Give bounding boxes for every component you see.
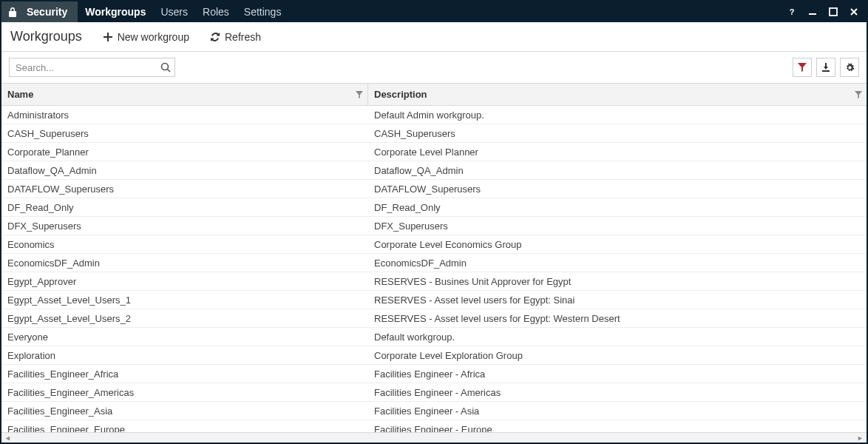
refresh-button[interactable]: Refresh — [210, 31, 261, 43]
lock-icon — [1, 1, 24, 22]
cell-description: Facilities Engineer - Americas — [368, 387, 867, 398]
cell-name: Egypt_Approver — [1, 276, 368, 287]
nav-tabs: Workgroups Users Roles Settings — [78, 1, 288, 22]
svg-rect-1 — [809, 13, 816, 15]
table-row[interactable]: EconomicsDF_AdminEconomicsDF_Admin — [1, 254, 867, 272]
cell-description: Facilities Engineer - Africa — [368, 369, 867, 380]
cell-description: EconomicsDF_Admin — [368, 258, 867, 269]
table-row[interactable]: Dataflow_QA_AdminDataflow_QA_Admin — [1, 161, 867, 180]
tab-roles[interactable]: Roles — [195, 1, 237, 22]
scroll-right-icon[interactable]: ► — [857, 434, 864, 442]
help-icon[interactable]: ? — [785, 5, 799, 18]
table-row[interactable]: Corporate_PlannerCorporate Level Planner — [1, 143, 867, 161]
table-row[interactable]: Facilities_Engineer_AfricaFacilities Eng… — [1, 365, 867, 383]
svg-point-3 — [162, 64, 169, 70]
cell-description: DATAFLOW_Superusers — [368, 184, 867, 195]
titlebar: Security Workgroups Users Roles Settings… — [1, 1, 867, 22]
titlebar-right: ? — [785, 5, 867, 18]
filter-icon[interactable] — [855, 91, 862, 98]
cell-description: CASH_Superusers — [368, 128, 867, 139]
table-row[interactable]: Facilities_Engineer_AsiaFacilities Engin… — [1, 402, 867, 420]
cell-description: Facilities Engineer - Europe — [368, 424, 867, 433]
close-icon[interactable] — [847, 5, 861, 18]
section-title: Security — [24, 1, 78, 22]
table-body[interactable]: AdministratorsDefault Admin workgroup.CA… — [1, 106, 867, 432]
search-icon[interactable] — [160, 62, 171, 73]
table-row[interactable]: EconomicsCorporate Level Economics Group — [1, 235, 867, 254]
settings-button[interactable] — [840, 58, 859, 77]
cell-name: EconomicsDF_Admin — [1, 258, 368, 269]
table-row[interactable]: DF_Read_OnlyDF_Read_Only — [1, 198, 867, 217]
column-header-name-label: Name — [7, 89, 33, 100]
plus-icon — [103, 32, 113, 42]
cell-name: DF_Read_Only — [1, 202, 368, 213]
cell-description: RESERVES - Asset level users for Egypt: … — [368, 295, 867, 306]
table-row[interactable]: Facilities_Engineer_AmericasFacilities E… — [1, 383, 867, 402]
cell-name: Egypt_Asset_Level_Users_2 — [1, 313, 368, 324]
svg-rect-2 — [830, 8, 837, 16]
maximize-icon[interactable] — [827, 5, 840, 18]
table-row[interactable]: DFX_SuperusersDFX_Superusers — [1, 217, 867, 235]
new-workgroup-button[interactable]: New workgroup — [103, 31, 189, 43]
workgroups-table: Name Description AdministratorsDefault A… — [1, 83, 867, 443]
cell-description: DFX_Superusers — [368, 221, 867, 232]
column-header-description[interactable]: Description — [368, 84, 867, 105]
table-row[interactable]: Facilities_Engineer_EuropeFacilities Eng… — [1, 420, 867, 432]
minimize-icon[interactable] — [806, 5, 819, 18]
horizontal-scrollbar[interactable]: ◄ ► — [1, 432, 867, 443]
cell-name: Dataflow_QA_Admin — [1, 165, 368, 176]
tab-users[interactable]: Users — [153, 1, 195, 22]
toolbar-right-icons — [793, 58, 859, 77]
security-window: Security Workgroups Users Roles Settings… — [0, 0, 868, 444]
table-row[interactable]: Egypt_ApproverRESERVES - Busines Unit Ap… — [1, 272, 867, 291]
column-header-description-label: Description — [374, 89, 427, 100]
cell-name: Administrators — [1, 110, 368, 121]
column-header-name[interactable]: Name — [1, 84, 368, 105]
svg-text:?: ? — [790, 7, 795, 16]
table-row[interactable]: Egypt_Asset_Level_Users_2RESERVES - Asse… — [1, 309, 867, 328]
table-row[interactable]: EveryoneDefault workgroup. — [1, 328, 867, 346]
filter-button[interactable] — [793, 58, 812, 77]
cell-description: Default workgroup. — [368, 332, 867, 343]
refresh-label: Refresh — [225, 31, 261, 43]
table-row[interactable]: AdministratorsDefault Admin workgroup. — [1, 106, 867, 124]
cell-name: Everyone — [1, 332, 368, 343]
cell-name: Facilities_Engineer_Europe — [1, 424, 368, 433]
cell-description: RESERVES - Asset level users for Egypt: … — [368, 313, 867, 324]
cell-description: DF_Read_Only — [368, 202, 867, 213]
toolbar: Workgroups New workgroup Refresh — [1, 22, 867, 52]
cell-name: Exploration — [1, 350, 368, 361]
cell-name: CASH_Superusers — [1, 128, 368, 139]
scroll-left-icon[interactable]: ◄ — [4, 434, 11, 442]
refresh-icon — [210, 32, 220, 42]
cell-name: Economics — [1, 239, 368, 250]
cell-name: Egypt_Asset_Level_Users_1 — [1, 295, 368, 306]
table-header: Name Description — [1, 84, 867, 106]
cell-description: Corporate Level Economics Group — [368, 239, 867, 250]
table-row[interactable]: CASH_SuperusersCASH_Superusers — [1, 124, 867, 143]
new-workgroup-label: New workgroup — [118, 31, 189, 43]
cell-name: Facilities_Engineer_Africa — [1, 369, 368, 380]
table-row[interactable]: Egypt_Asset_Level_Users_1RESERVES - Asse… — [1, 291, 867, 309]
cell-description: Corporate Level Exploration Group — [368, 350, 867, 361]
search-row — [1, 52, 867, 83]
tab-settings[interactable]: Settings — [237, 1, 289, 22]
cell-name: DATAFLOW_Superusers — [1, 184, 368, 195]
table-row[interactable]: DATAFLOW_SuperusersDATAFLOW_Superusers — [1, 180, 867, 198]
cell-description: Facilities Engineer - Asia — [368, 406, 867, 417]
search-input[interactable] — [9, 58, 175, 77]
cell-description: RESERVES - Busines Unit Approver for Egy… — [368, 276, 867, 287]
page-title: Workgroups — [10, 29, 82, 44]
table-row[interactable]: ExplorationCorporate Level Exploration G… — [1, 346, 867, 365]
cell-name: Facilities_Engineer_Asia — [1, 406, 368, 417]
filter-icon[interactable] — [356, 91, 363, 98]
cell-description: Default Admin workgroup. — [368, 110, 867, 121]
cell-name: Corporate_Planner — [1, 147, 368, 158]
titlebar-left: Security Workgroups Users Roles Settings — [1, 1, 288, 22]
cell-description: Corporate Level Planner — [368, 147, 867, 158]
cell-name: DFX_Superusers — [1, 221, 368, 232]
search-wrap — [9, 58, 175, 77]
download-button[interactable] — [816, 58, 835, 77]
tab-workgroups[interactable]: Workgroups — [78, 1, 153, 22]
cell-description: Dataflow_QA_Admin — [368, 165, 867, 176]
